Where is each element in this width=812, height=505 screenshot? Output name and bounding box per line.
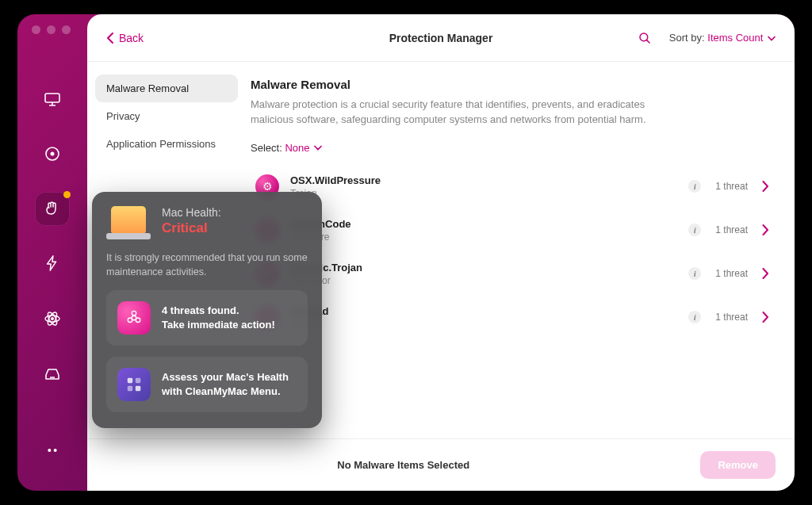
popover-card-line: Assess your Mac's Health (162, 370, 289, 384)
svg-rect-14 (128, 378, 132, 383)
svg-point-13 (136, 318, 140, 323)
svg-point-12 (128, 318, 132, 323)
back-label: Back (119, 32, 144, 44)
threat-count: 1 threat (715, 312, 748, 323)
threat-row[interactable]: ⬣ Generic.Trojan Backdoor i 1 threat (251, 252, 774, 296)
bolt-icon (44, 254, 61, 272)
sort-label: Sort by: (669, 32, 705, 44)
minimize-window-icon[interactable] (47, 25, 56, 34)
widgets-icon (117, 368, 151, 401)
chevron-right-icon (762, 224, 769, 235)
page-title: Protection Manager (389, 32, 493, 44)
sort-value: Items Count (707, 32, 763, 44)
rail-item-menu[interactable] (36, 434, 69, 467)
nav-item-app-permissions[interactable]: Application Permissions (95, 130, 238, 158)
threat-count: 1 threat (715, 224, 748, 235)
section-title: Malware Removal (251, 78, 774, 91)
threat-kind: Backdoor (290, 275, 688, 286)
popover-subtitle: It is strongly recommended that you run … (106, 251, 308, 279)
chevron-down-icon (768, 36, 776, 42)
back-button[interactable]: Back (106, 32, 144, 44)
info-icon[interactable]: i (688, 267, 701, 280)
threat-count: 1 threat (715, 181, 748, 192)
drawer-icon (43, 364, 62, 383)
svg-point-8 (54, 449, 57, 452)
rail-item-files[interactable] (36, 357, 69, 389)
svg-point-11 (132, 312, 136, 316)
chevron-right-icon (762, 181, 769, 192)
threat-name: OSX.WildPressure (290, 174, 688, 186)
svg-point-7 (48, 449, 51, 452)
laptop-icon (106, 206, 151, 239)
window-controls (32, 25, 71, 34)
monitor-icon (43, 90, 62, 109)
svg-rect-0 (45, 94, 59, 102)
vacuum-icon (43, 144, 62, 163)
footer: No Malware Items Selected Remove (87, 438, 795, 491)
threat-count: 1 threat (715, 268, 748, 279)
popover-status: Critical (162, 220, 221, 236)
sort-dropdown[interactable]: Sort by: Items Count (669, 32, 776, 44)
select-dropdown[interactable]: None (285, 142, 322, 154)
popover-card-line: Take immediate action! (162, 318, 275, 332)
zoom-window-icon[interactable] (62, 25, 71, 34)
rail-item-apps[interactable] (36, 302, 69, 335)
svg-rect-15 (136, 378, 140, 383)
popover-card-line: with CleanMyMac Menu. (162, 384, 289, 399)
search-icon (638, 31, 652, 45)
info-icon[interactable]: i (688, 224, 701, 236)
chevron-right-icon (762, 268, 769, 279)
search-button[interactable] (638, 31, 652, 45)
rail-item-cleanup[interactable] (36, 137, 69, 170)
hand-icon (43, 199, 62, 218)
popover-title: Mac Health: (162, 206, 221, 219)
threat-name: Generic.Trojan (290, 262, 688, 274)
popover-card-assess[interactable]: Assess your Mac's Health with CleanMyMac… (106, 357, 308, 412)
rail-item-protection[interactable] (36, 193, 69, 225)
select-row: Select: None (251, 142, 774, 154)
threat-list: ⚙ OSX.WildPressure Trojan i 1 threat (251, 165, 774, 339)
remove-button[interactable]: Remove (700, 451, 776, 479)
rail-item-performance[interactable] (36, 247, 69, 280)
threat-name: HiddenCode (290, 218, 688, 230)
nav-item-malware-removal[interactable]: Malware Removal (95, 75, 238, 102)
alert-dot-icon (63, 191, 71, 198)
threat-row[interactable]: ◑ AdLoad Adware i 1 threat (251, 296, 774, 339)
threat-kind: Adware (290, 319, 688, 330)
menu-icon (44, 442, 61, 459)
threat-row[interactable]: ✱ HiddenCode Riskware i 1 threat (251, 209, 774, 252)
info-icon[interactable]: i (688, 311, 701, 323)
health-popover: Mac Health: Critical It is strongly reco… (92, 192, 322, 428)
popover-card-threats[interactable]: 4 threats found. Take immediate action! (106, 290, 308, 346)
info-icon[interactable]: i (688, 180, 701, 193)
svg-point-2 (51, 151, 55, 155)
rail-item-monitor[interactable] (36, 82, 69, 115)
chevron-right-icon (762, 312, 769, 323)
svg-rect-17 (136, 386, 140, 391)
content: Malware Removal Malware protection is a … (246, 62, 795, 438)
nav-item-privacy[interactable]: Privacy (95, 102, 238, 130)
close-window-icon[interactable] (32, 25, 40, 34)
chevron-left-icon (106, 33, 114, 44)
svg-point-3 (51, 317, 54, 320)
biohazard-icon (117, 301, 151, 335)
select-label: Select: (251, 142, 282, 154)
select-value: None (285, 142, 309, 154)
threat-kind: Trojan (290, 188, 688, 199)
section-description: Malware protection is a crucial security… (251, 98, 663, 128)
threat-kind: Riskware (290, 231, 688, 243)
chevron-down-icon (314, 145, 322, 151)
sidebar-rail (17, 14, 87, 491)
threat-row[interactable]: ⚙ OSX.WildPressure Trojan i 1 threat (251, 165, 774, 209)
threat-name: AdLoad (290, 305, 688, 317)
atom-icon (43, 309, 62, 328)
header: Back Protection Manager Sort by: Items C… (87, 14, 795, 62)
svg-rect-16 (128, 386, 132, 391)
footer-message: No Malware Items Selected (106, 459, 700, 471)
popover-card-line: 4 threats found. (162, 304, 275, 318)
app-window: Back Protection Manager Sort by: Items C… (17, 14, 795, 491)
